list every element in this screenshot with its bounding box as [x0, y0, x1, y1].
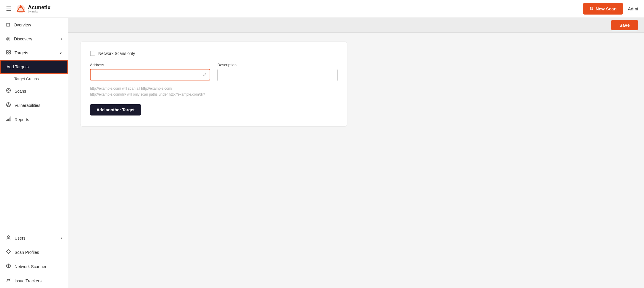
sidebar-label-issue-trackers: Issue Trackers — [15, 278, 42, 283]
svg-point-7 — [8, 90, 9, 91]
address-expand-icon[interactable]: ⤢ — [201, 72, 208, 77]
sidebar-label-scan-profiles: Scan Profiles — [15, 250, 39, 255]
sidebar-label-vulnerabilities: Vulnerabilities — [15, 103, 40, 108]
hamburger-icon[interactable]: ☰ — [6, 5, 11, 12]
sidebar-label-discovery: Discovery — [14, 37, 32, 41]
sidebar-item-reports[interactable]: Reports — [0, 113, 68, 127]
users-arrow-icon: › — [61, 236, 62, 240]
targets-arrow-icon: ∨ — [59, 51, 62, 55]
svg-rect-10 — [8, 119, 9, 121]
sidebar-label-target-groups: Target Groups — [14, 77, 39, 81]
users-icon — [6, 235, 11, 241]
svg-rect-5 — [9, 53, 10, 54]
svg-rect-11 — [9, 118, 10, 121]
scan-rotate-icon: ↻ — [589, 6, 593, 12]
sidebar-item-discovery[interactable]: ◎ Discovery › — [0, 32, 68, 46]
sidebar-item-targets[interactable]: Targets ∨ — [0, 46, 68, 60]
sidebar-item-scans[interactable]: Scans — [0, 84, 68, 98]
new-scan-button[interactable]: ↻ New Scan — [583, 3, 623, 15]
app-header: ☰ Acunetix by Invicti ↻ New Scan Admi — [0, 0, 644, 18]
sidebar-item-overview[interactable]: ⊞ Overview — [0, 18, 68, 32]
sidebar-item-scan-profiles[interactable]: Scan Profiles — [0, 245, 68, 259]
svg-rect-3 — [9, 50, 10, 52]
sidebar: ⊞ Overview ◎ Discovery › Targets ∨ Add T… — [0, 18, 68, 288]
svg-point-6 — [7, 88, 11, 93]
main-content: Save Network Scans only Address ⤢ — [68, 18, 644, 288]
svg-point-13 — [7, 236, 10, 238]
sidebar-label-users: Users — [15, 236, 26, 240]
fields-row: Address ⤢ Description — [90, 63, 338, 81]
address-label: Address — [90, 63, 210, 67]
header-right: ↻ New Scan Admi — [583, 3, 638, 15]
address-input[interactable] — [92, 71, 201, 79]
address-input-wrapper: ⤢ — [90, 69, 210, 80]
svg-point-15 — [8, 265, 9, 266]
description-input[interactable] — [217, 69, 338, 81]
sidebar-item-target-groups[interactable]: Target Groups — [0, 74, 68, 84]
scans-icon — [6, 88, 11, 94]
sidebar-item-network-scanner[interactable]: Network Scanner — [0, 259, 68, 274]
body-wrap: ⊞ Overview ◎ Discovery › Targets ∨ Add T… — [0, 18, 644, 288]
logo-text: Acunetix — [28, 4, 50, 10]
save-button[interactable]: Save — [611, 20, 638, 30]
hint-line-2: http://example.com/dir/ will only scan p… — [90, 91, 338, 97]
new-scan-label: New Scan — [596, 6, 617, 11]
sidebar-item-add-targets[interactable]: Add Targets — [0, 60, 68, 74]
discovery-arrow-icon: › — [61, 37, 62, 41]
sidebar-item-vulnerabilities[interactable]: Vulnerabilities — [0, 98, 68, 113]
description-label: Description — [217, 63, 338, 67]
sidebar-label-overview: Overview — [14, 23, 31, 27]
sidebar-item-users[interactable]: Users › — [0, 231, 68, 245]
issue-trackers-icon — [6, 278, 11, 284]
vulnerabilities-icon — [6, 102, 11, 109]
reports-icon — [6, 116, 11, 123]
add-another-target-button[interactable]: Add another Target — [90, 104, 141, 115]
acunetix-logo-icon — [16, 4, 26, 14]
svg-point-1 — [20, 6, 22, 8]
sidebar-label-add-targets: Add Targets — [7, 64, 29, 69]
logo-sub-text: by Invicti — [28, 10, 50, 13]
network-scans-only-row: Network Scans only — [90, 51, 338, 56]
page-content: Network Scans only Address ⤢ Description — [68, 33, 644, 135]
sidebar-label-reports: Reports — [15, 117, 29, 122]
sidebar-label-targets: Targets — [15, 50, 28, 55]
sidebar-label-network-scanner: Network Scanner — [15, 264, 46, 269]
network-scans-only-label: Network Scans only — [98, 51, 135, 56]
logo: Acunetix by Invicti — [16, 4, 50, 14]
targets-icon — [6, 50, 11, 56]
svg-rect-4 — [7, 53, 8, 54]
admin-label: Admi — [628, 6, 638, 11]
network-scanner-icon — [6, 263, 11, 270]
add-targets-card: Network Scans only Address ⤢ Description — [80, 42, 347, 126]
sub-header: Save — [68, 18, 644, 33]
scan-profiles-icon — [6, 249, 11, 256]
discovery-icon: ◎ — [6, 36, 10, 42]
sidebar-divider — [0, 229, 68, 229]
hint-text: http://example.com/ will scan all http:/… — [90, 86, 338, 98]
overview-icon: ⊞ — [6, 22, 10, 28]
address-field-group: Address ⤢ — [90, 63, 210, 80]
svg-rect-2 — [7, 50, 8, 52]
sidebar-label-scans: Scans — [15, 89, 26, 94]
sidebar-item-issue-trackers[interactable]: Issue Trackers — [0, 274, 68, 288]
hint-line-1: http://example.com/ will scan all http:/… — [90, 86, 338, 91]
network-scans-only-checkbox[interactable] — [90, 51, 95, 56]
header-left: ☰ Acunetix by Invicti — [6, 4, 50, 14]
svg-rect-9 — [7, 120, 7, 121]
svg-rect-12 — [10, 117, 11, 121]
description-field-group: Description — [217, 63, 338, 81]
